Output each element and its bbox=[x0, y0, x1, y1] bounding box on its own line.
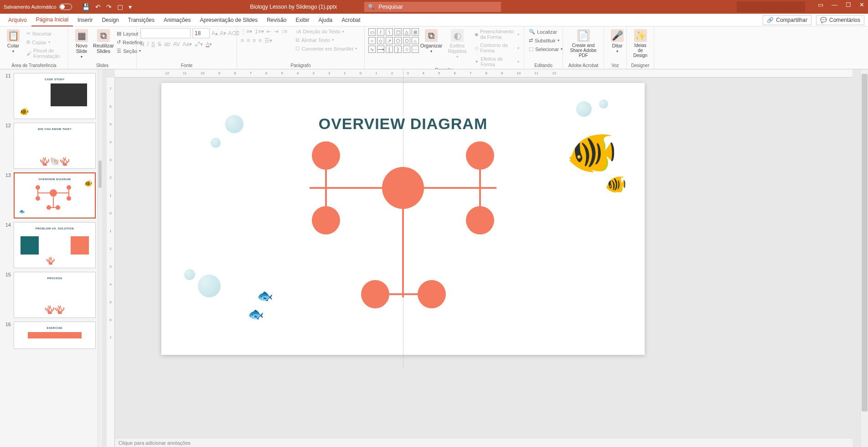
line-spacing-icon[interactable]: ↕≡ bbox=[281, 28, 287, 35]
select-button[interactable]: ⬚Selecionar▾ bbox=[528, 46, 563, 52]
quick-styles-button[interactable]: ◐Estilos Rápidos▾ bbox=[444, 28, 471, 60]
spacing-icon[interactable]: AV bbox=[173, 41, 180, 47]
numbering-icon[interactable]: 1≡▾ bbox=[255, 28, 264, 35]
shape-outline-button[interactable]: ◇Contorno da Forma▾ bbox=[474, 42, 520, 54]
save-icon[interactable]: 💾 bbox=[82, 3, 90, 10]
italic-icon[interactable]: I bbox=[147, 41, 149, 47]
align-center-icon[interactable]: ≡ bbox=[247, 37, 250, 44]
decoration-fish[interactable]: 🐟 bbox=[257, 288, 273, 303]
font-family-input[interactable] bbox=[140, 28, 191, 38]
decoration-bubble[interactable] bbox=[225, 115, 243, 133]
slide-thumbnail[interactable]: 15 PROCESS🪸🪸 bbox=[0, 270, 102, 320]
diagram-node-center[interactable] bbox=[382, 167, 424, 209]
decrease-indent-icon[interactable]: ⇤ bbox=[267, 28, 271, 35]
decoration-bubble[interactable] bbox=[184, 269, 195, 280]
slide-thumbnail-active[interactable]: 13 OVERVIEW DIAGRAM 🐠 🐟 bbox=[0, 171, 102, 220]
columns-icon[interactable]: ☰▾ bbox=[264, 37, 272, 44]
minimize-icon[interactable]: — bbox=[832, 1, 837, 12]
font-size-input[interactable]: 18 bbox=[192, 28, 210, 38]
autosave-toggle[interactable]: Salvamento Automático bbox=[4, 4, 72, 10]
tab-review[interactable]: Revisão bbox=[262, 14, 291, 26]
decoration-fish[interactable]: 🐟 bbox=[248, 307, 264, 322]
tab-acrobat[interactable]: Acrobat bbox=[337, 14, 365, 26]
paste-button[interactable]: 📋 Colar ▾ bbox=[4, 28, 23, 54]
format-painter-button[interactable]: 🖌Pincel de Formatação bbox=[26, 47, 64, 59]
decrease-font-icon[interactable]: A▾ bbox=[220, 30, 226, 36]
slide-thumbnail[interactable]: 14 PROBLEM VS. SOLUTION🪸 bbox=[0, 220, 102, 270]
tab-view[interactable]: Exibir bbox=[291, 14, 314, 26]
bullets-icon[interactable]: ⋮≡▾ bbox=[241, 28, 252, 35]
diagram-node[interactable] bbox=[466, 141, 494, 170]
decoration-fish[interactable]: 🐠 bbox=[566, 129, 617, 177]
replace-button[interactable]: ⇄Substituir▾ bbox=[528, 37, 560, 44]
group-label-paragraph: Parágrafo bbox=[241, 63, 361, 69]
strike-icon[interactable]: S̶ bbox=[158, 41, 161, 47]
tab-design[interactable]: Design bbox=[97, 14, 123, 26]
align-text-button[interactable]: ⊟Alinhar Texto▾ bbox=[294, 36, 358, 43]
increase-indent-icon[interactable]: ⇥ bbox=[274, 28, 279, 35]
highlight-icon[interactable]: 🖍▾ bbox=[195, 41, 203, 47]
dictate-button[interactable]: 🎤Ditar▾ bbox=[608, 28, 627, 54]
shapes-gallery[interactable]: ▭/\▢△⊞ ○◇↗⬠⬡⌂ ∿⟶{}☆⋯ bbox=[368, 28, 419, 53]
close-icon[interactable]: ✕ bbox=[859, 1, 864, 12]
ribbon-display-icon[interactable]: ▭ bbox=[818, 1, 823, 12]
tab-slideshow[interactable]: Apresentação de Slides bbox=[195, 14, 262, 26]
align-left-icon[interactable]: ≡ bbox=[241, 37, 244, 44]
autosave-label: Salvamento Automático bbox=[4, 4, 57, 10]
slide-thumbnail[interactable]: 11 CASE STUDY🐠 bbox=[0, 71, 102, 121]
text-direction-button[interactable]: ↕ADireção do Texto▾ bbox=[294, 28, 358, 35]
maximize-icon[interactable]: ☐ bbox=[846, 1, 851, 12]
editor-scrollbar[interactable] bbox=[860, 69, 868, 447]
tab-transitions[interactable]: Transições bbox=[124, 14, 159, 26]
diagram-node[interactable] bbox=[361, 280, 389, 308]
reuse-slides-button[interactable]: ⧉Reutilizar Slides bbox=[94, 28, 113, 55]
search-box[interactable]: 🔍 Pesquisar bbox=[364, 2, 501, 12]
diagram-line[interactable] bbox=[402, 202, 404, 297]
diagram-node[interactable] bbox=[466, 206, 494, 234]
tab-file[interactable]: Arquivo bbox=[4, 14, 31, 26]
tab-help[interactable]: Ajuda bbox=[314, 14, 337, 26]
decoration-bubble[interactable] bbox=[198, 275, 221, 297]
diagram-node[interactable] bbox=[418, 280, 446, 308]
increase-font-icon[interactable]: A▴ bbox=[212, 30, 218, 36]
undo-icon[interactable]: ↶ bbox=[95, 3, 101, 10]
tab-animations[interactable]: Animações bbox=[159, 14, 195, 26]
shadow-icon[interactable]: ab bbox=[164, 41, 170, 47]
start-slideshow-icon[interactable]: ▢ bbox=[117, 3, 123, 10]
decoration-bubble[interactable] bbox=[576, 101, 592, 117]
slide-thumbnail[interactable]: 12 DID YOU KNOW THIS?🪸🐚🪸 bbox=[0, 121, 102, 171]
diagram-node[interactable] bbox=[312, 141, 340, 170]
arrange-button[interactable]: ⧉Organizar▾ bbox=[422, 28, 441, 54]
decoration-bubble[interactable] bbox=[599, 99, 608, 109]
copy-button[interactable]: ⧉Copiar▾ bbox=[26, 39, 64, 46]
decoration-bubble[interactable] bbox=[211, 138, 221, 148]
share-button[interactable]: 🔗Compartilhar bbox=[763, 15, 811, 25]
slide-canvas[interactable]: OVERVIEW DIAGRAM 🐠 🐠 🐟 � bbox=[161, 83, 645, 355]
justify-icon[interactable]: ≡ bbox=[258, 37, 262, 44]
decoration-fish[interactable]: 🐠 bbox=[605, 174, 626, 194]
bold-icon[interactable]: N bbox=[140, 41, 145, 47]
design-ideas-button[interactable]: ✨Ideias de Design bbox=[630, 28, 650, 59]
underline-icon[interactable]: S bbox=[151, 41, 155, 47]
slide-editor[interactable]: 1211109876543210123456789101112 76543210… bbox=[102, 69, 860, 447]
redo-icon[interactable]: ↷ bbox=[106, 3, 112, 10]
slide-thumbnail[interactable]: 16 EXERCISE bbox=[0, 320, 102, 351]
shape-effects-button[interactable]: ✦Efeitos de Forma▾ bbox=[474, 56, 520, 68]
shape-fill-button[interactable]: ◆Preenchimento da Forma▾ bbox=[474, 28, 520, 40]
new-slide-button[interactable]: ▦Novo Slide▾ bbox=[72, 28, 91, 60]
font-color-icon[interactable]: A▾ bbox=[206, 41, 212, 47]
create-share-pdf-button[interactable]: 📄Create and Share Adobe PDF bbox=[567, 28, 600, 59]
find-button[interactable]: 🔍Localizar bbox=[528, 28, 558, 35]
align-right-icon[interactable]: ≡ bbox=[253, 37, 256, 44]
user-account-button[interactable] bbox=[737, 1, 805, 12]
tab-insert[interactable]: Inserir bbox=[73, 14, 97, 26]
diagram-node[interactable] bbox=[312, 206, 340, 234]
notes-pane[interactable]: Clique para adicionar anotações bbox=[115, 438, 852, 447]
cut-button[interactable]: ✂Recortar bbox=[26, 30, 64, 37]
thumbnail-scrollbar[interactable] bbox=[98, 69, 102, 447]
tab-home[interactable]: Página Inicial bbox=[31, 14, 73, 26]
comments-button[interactable]: 💬Comentários bbox=[816, 15, 864, 25]
case-icon[interactable]: Aa▾ bbox=[183, 41, 192, 47]
qat-more-icon[interactable]: ▾ bbox=[129, 3, 132, 10]
convert-smartart-button[interactable]: ⬡Converter em SmartArt▾ bbox=[294, 45, 358, 52]
